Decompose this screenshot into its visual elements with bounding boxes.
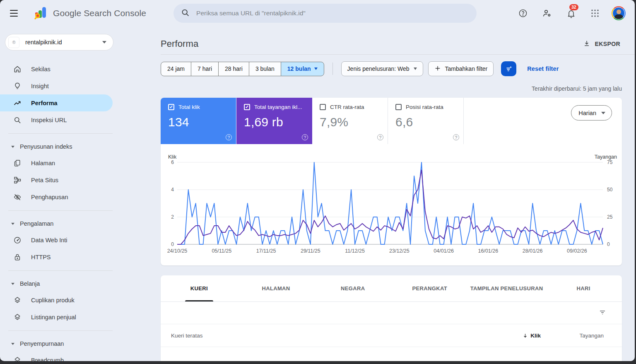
range-7-hari[interactable]: 7 hari	[191, 62, 219, 76]
search-console-logo-icon	[33, 5, 48, 22]
add-filter-button[interactable]: Tambahkan filter	[428, 61, 494, 76]
y-axis-tick: 2	[171, 214, 174, 220]
sidebar-item-listingan-penjual[interactable]: Listingan penjual	[0, 309, 113, 325]
layers-diamond-icon	[13, 313, 22, 321]
sidebar-item-https[interactable]: HTTPS	[0, 248, 113, 265]
manage-users-button[interactable]	[540, 6, 554, 21]
filter-list-icon[interactable]	[599, 309, 606, 318]
sidebar-item-label: Performa	[31, 100, 58, 106]
home-icon	[13, 65, 22, 73]
column-header-tayangan[interactable]: Tayangan	[541, 333, 604, 339]
tab-hari[interactable]: HARI	[545, 275, 622, 301]
lock-icon	[13, 253, 22, 261]
avatar-photo	[612, 7, 625, 19]
range-24-jam[interactable]: 24 jam	[161, 62, 191, 76]
sidebar-item-penghapusan[interactable]: Penghapusan	[0, 188, 113, 205]
checkbox-unchecked-icon[interactable]	[320, 104, 326, 110]
tab-perangkat[interactable]: PERANGKAT	[391, 275, 468, 301]
app-logo[interactable]: Google Search Console	[33, 5, 146, 22]
section-belanja[interactable]: Belanja	[0, 276, 124, 292]
range-3-bulan[interactable]: 3 bulan	[249, 62, 281, 76]
section-pengalaman[interactable]: Pengalaman	[0, 216, 124, 231]
checkbox-unchecked-icon[interactable]	[395, 104, 402, 110]
help-icon[interactable]: ?	[453, 134, 459, 140]
google-apps-button[interactable]	[588, 6, 602, 21]
metric-posisi[interactable]: Posisi rata-rata 6,6 ?	[388, 98, 464, 144]
product-name: Google Search Console	[53, 8, 146, 18]
granularity-dropdown[interactable]: Harian	[571, 105, 612, 121]
chevron-down-icon	[414, 67, 417, 70]
checkbox-checked-icon[interactable]: ✓	[244, 104, 250, 110]
y-axis-tick: 6	[171, 159, 174, 165]
granularity-label: Harian	[578, 110, 596, 116]
range-28-hari[interactable]: 28 hari	[218, 62, 249, 76]
property-selector[interactable]: ® rentalpiknik.id	[5, 34, 113, 51]
header-actions: 32	[516, 6, 626, 21]
sidebar-item-breadcrumb[interactable]: Breadcrumb	[0, 352, 113, 361]
section-penyusunan-indeks[interactable]: Penyusunan indeks	[0, 139, 124, 154]
sidebar-item-halaman[interactable]: Halaman	[0, 154, 113, 171]
sidebar-item-label: HTTPS	[31, 254, 51, 260]
chevron-down-icon	[11, 146, 14, 148]
export-button[interactable]: EKSPOR	[581, 37, 622, 51]
sidebar-item-label: Penghapusan	[31, 194, 68, 200]
help-button[interactable]	[516, 6, 530, 21]
divider	[161, 54, 635, 55]
section-label: Belanja	[20, 280, 40, 287]
sidebar-item-insight[interactable]: Insight	[0, 77, 113, 94]
sidebar-item-cuplikan-produk[interactable]: Cuplikan produk	[0, 292, 113, 309]
sidebar-item-performa[interactable]: Performa	[0, 94, 113, 111]
account-avatar[interactable]	[612, 6, 626, 20]
tab-negara[interactable]: NEGARA	[314, 275, 391, 301]
checkbox-checked-icon[interactable]: ✓	[168, 104, 174, 110]
x-axis-label: 04/01/26	[434, 248, 454, 254]
column-header-kueri-teratas[interactable]: Kueri teratas	[171, 333, 479, 339]
layers-diamond-icon	[13, 296, 22, 304]
sitemap-icon	[13, 176, 22, 184]
chevron-down-icon	[601, 112, 605, 114]
date-range-group: 24 jam 7 hari 28 hari 3 bulan 12 bulan	[161, 62, 324, 76]
tab-halaman[interactable]: HALAMAN	[238, 275, 315, 301]
smart-filter-button[interactable]	[501, 61, 516, 76]
section-penyempurnaan[interactable]: Penyempurnaan	[0, 336, 124, 352]
range-12-bulan[interactable]: 12 bulan	[281, 62, 324, 76]
sidebar-item-label: Sekilas	[31, 66, 51, 72]
search-type-dropdown[interactable]: Jenis penelusuran: Web	[341, 61, 423, 76]
search-icon	[181, 8, 190, 19]
sidebar-item-label: Data Web Inti	[31, 237, 67, 243]
metric-total-klik[interactable]: ✓ Total klik 134 ?	[161, 98, 236, 144]
metric-value: 7,9%	[320, 115, 382, 129]
reset-filter-link[interactable]: Reset filter	[527, 65, 559, 72]
plus-icon	[434, 65, 441, 73]
sidebar-item-peta-situs[interactable]: Peta Situs	[0, 171, 113, 188]
url-inspection-searchbar[interactable]	[173, 4, 477, 23]
chart-area: Klik Tayangan 6 4 2 0 75 50 25 0 24/	[161, 144, 622, 265]
metrics-row: ✓ Total klik 134 ? ✓ Total tayangan ikl.…	[161, 98, 622, 144]
menu-icon[interactable]	[10, 6, 24, 20]
performance-card: ✓ Total klik 134 ? ✓ Total tayangan ikl.…	[161, 98, 622, 265]
metric-label: CTR rata-rata	[330, 104, 364, 110]
help-icon[interactable]: ?	[302, 134, 308, 140]
x-axis-label: 17/11/25	[256, 248, 276, 254]
y-axis-tick: 75	[607, 159, 612, 165]
sidebar-item-inspeksi-url[interactable]: Inspeksi URL	[0, 111, 113, 128]
metric-total-tayangan[interactable]: ✓ Total tayangan ikl... 1,69 rb ?	[236, 98, 312, 144]
add-filter-label: Tambahkan filter	[445, 65, 488, 72]
chevron-down-icon	[314, 67, 318, 70]
column-header-klik[interactable]: Klik	[479, 333, 541, 339]
search-input[interactable]	[196, 10, 469, 17]
notifications-button[interactable]: 32	[564, 6, 578, 21]
lightbulb-icon	[13, 82, 22, 90]
pages-icon	[13, 159, 22, 167]
sidebar-item-sekilas[interactable]: Sekilas	[0, 60, 113, 77]
tab-kueri[interactable]: KUERI	[161, 275, 238, 301]
help-icon[interactable]: ?	[377, 134, 383, 140]
x-axis-label: 29/11/25	[301, 248, 320, 254]
metric-ctr[interactable]: CTR rata-rata 7,9% ?	[312, 98, 388, 144]
sidebar-item-data-web-inti[interactable]: Data Web Inti	[0, 231, 113, 248]
layers-diamond-icon	[13, 356, 22, 362]
help-icon[interactable]: ?	[226, 134, 232, 140]
x-axis-label: 11/12/25	[345, 248, 365, 254]
chevron-down-icon	[11, 343, 14, 345]
tab-tampilan-penelusuran[interactable]: TAMPILAN PENELUSURAN	[468, 275, 545, 301]
